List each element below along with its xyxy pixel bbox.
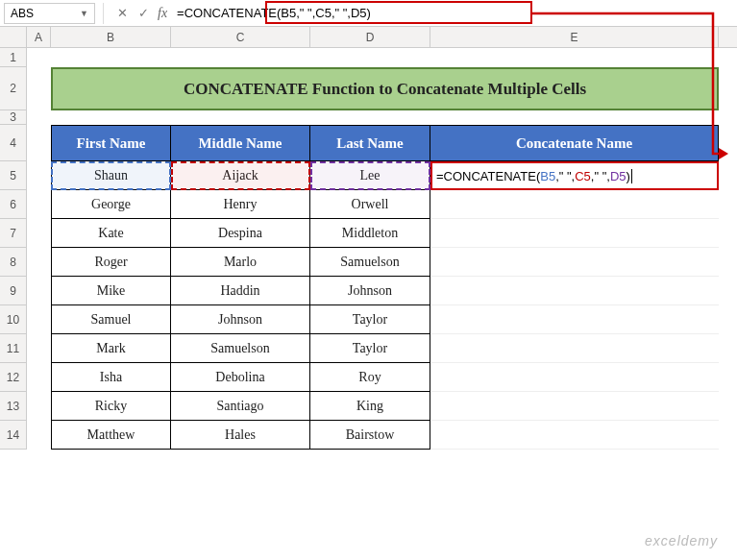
table-row: GeorgeHenryOrwell [51,190,719,219]
row-header-11[interactable]: 11 [0,334,27,363]
header-concat-name[interactable]: Concatenate Name [430,125,719,161]
row-header-3[interactable]: 3 [0,110,27,125]
table-row: KateDespinaMiddleton [51,219,719,248]
col-header-e[interactable]: E [430,27,719,47]
cell-c5[interactable]: Aijack [171,161,310,190]
cell-c8[interactable]: Marlo [171,248,310,277]
cell-d7[interactable]: Middleton [310,219,430,248]
cell-b14[interactable]: Matthew [51,421,171,450]
token-sep2: ," ", [591,169,610,183]
row-header-9[interactable]: 9 [0,277,27,305]
header-last-name[interactable]: Last Name [310,125,430,161]
token-sep1: ," ", [555,169,575,183]
cell-d8[interactable]: Samuelson [310,248,430,277]
cell-c11[interactable]: Samuelson [171,334,310,363]
cell-b7[interactable]: Kate [51,219,171,248]
cell-e12[interactable] [430,363,719,392]
table-row: SamuelJohnsonTaylor [51,305,719,334]
cell-d11[interactable]: Taylor [310,334,430,363]
separator [103,3,104,24]
select-all-corner[interactable] [0,27,27,47]
row-header-12[interactable]: 12 [0,363,27,392]
cell-e6[interactable] [430,190,719,219]
row-header-5[interactable]: 5 [0,161,27,190]
row-header-10[interactable]: 10 [0,305,27,334]
cell-c12[interactable]: Debolina [171,363,310,392]
cancel-icon[interactable]: ✕ [111,3,133,24]
cell-e7[interactable] [430,219,719,248]
cell-e10[interactable] [430,305,719,334]
cell-c6[interactable]: Henry [171,190,310,219]
formula-input[interactable] [173,3,733,24]
table-row: RickySantiagoKing [51,392,719,421]
col-header-b[interactable]: B [51,27,171,47]
header-middle-name[interactable]: Middle Name [171,125,310,161]
cell-d12[interactable]: Roy [310,363,430,392]
cell-e9[interactable] [430,277,719,305]
table-header-row: First Name Middle Name Last Name Concate… [51,125,719,161]
cell-c13[interactable]: Santiago [171,392,310,421]
sheet-title[interactable]: CONCATENATE Function to Concatenate Mult… [51,67,719,110]
cell-b12[interactable]: Isha [51,363,171,392]
cell-e8[interactable] [430,248,719,277]
cell-d6[interactable]: Orwell [310,190,430,219]
name-box-dropdown-icon[interactable]: ▼ [80,9,88,18]
col-header-c[interactable]: C [171,27,310,47]
cell-d5[interactable]: Lee [310,161,430,190]
row-header-8[interactable]: 8 [0,248,27,277]
table-row: IshaDebolinaRoy [51,363,719,392]
cell-b6[interactable]: George [51,190,171,219]
formula-bar: ABS ▼ ✕ ✓ fx [0,0,737,27]
column-headers: A B C D E [0,27,737,48]
row-header-2[interactable]: 2 [0,67,27,110]
row-headers: 1 2 3 4 5 6 7 8 9 10 11 12 13 14 [0,48,27,450]
enter-icon[interactable]: ✓ [133,3,154,24]
header-first-name[interactable]: First Name [51,125,171,161]
row-header-4[interactable]: 4 [0,125,27,161]
cell-b11[interactable]: Mark [51,334,171,363]
row-header-6[interactable]: 6 [0,190,27,219]
col-header-a[interactable]: A [27,27,51,47]
token-close: ) [626,169,630,183]
spreadsheet-grid: A B C D E 1 2 3 4 5 6 7 8 9 10 11 12 13 … [0,27,737,450]
token-fn: =CONCATENATE( [436,169,540,183]
watermark-text: exceldemy [645,533,718,548]
cell-c9[interactable]: Haddin [171,277,310,305]
cell-d9[interactable]: Johnson [310,277,430,305]
token-c5: C5 [575,169,591,183]
name-box-value: ABS [11,7,80,20]
row-header-1[interactable]: 1 [0,48,27,67]
name-box[interactable]: ABS ▼ [4,3,95,24]
fx-icon[interactable]: fx [158,6,167,21]
cell-d14[interactable]: Bairstow [310,421,430,450]
cell-b13[interactable]: Ricky [51,392,171,421]
cell-c14[interactable]: Hales [171,421,310,450]
cell-c7[interactable]: Despina [171,219,310,248]
token-b5: B5 [540,169,555,183]
text-cursor-icon [631,169,632,183]
cell-b8[interactable]: Roger [51,248,171,277]
row-header-14[interactable]: 14 [0,421,27,450]
cell-d13[interactable]: King [310,392,430,421]
cell-e14[interactable] [430,421,719,450]
cell-b10[interactable]: Samuel [51,305,171,334]
cell-b9[interactable]: Mike [51,277,171,305]
cell-e11[interactable] [430,334,719,363]
cells-area[interactable]: CONCATENATE Function to Concatenate Mult… [27,48,737,450]
cell-e13[interactable] [430,392,719,421]
col-header-d[interactable]: D [310,27,430,47]
row-header-13[interactable]: 13 [0,392,27,421]
cell-e5-editing[interactable]: =CONCATENATE(B5," ",C5," ",D5) [430,161,719,190]
cell-b5[interactable]: Shaun [51,161,171,190]
cell-c10[interactable]: Johnson [171,305,310,334]
table-row: MatthewHalesBairstow [51,421,719,450]
token-d5: D5 [610,169,626,183]
table-row: MarkSamuelsonTaylor [51,334,719,363]
cell-d10[interactable]: Taylor [310,305,430,334]
row-header-7[interactable]: 7 [0,219,27,248]
table-row: RogerMarloSamuelson [51,248,719,277]
table-row: MikeHaddinJohnson [51,277,719,305]
